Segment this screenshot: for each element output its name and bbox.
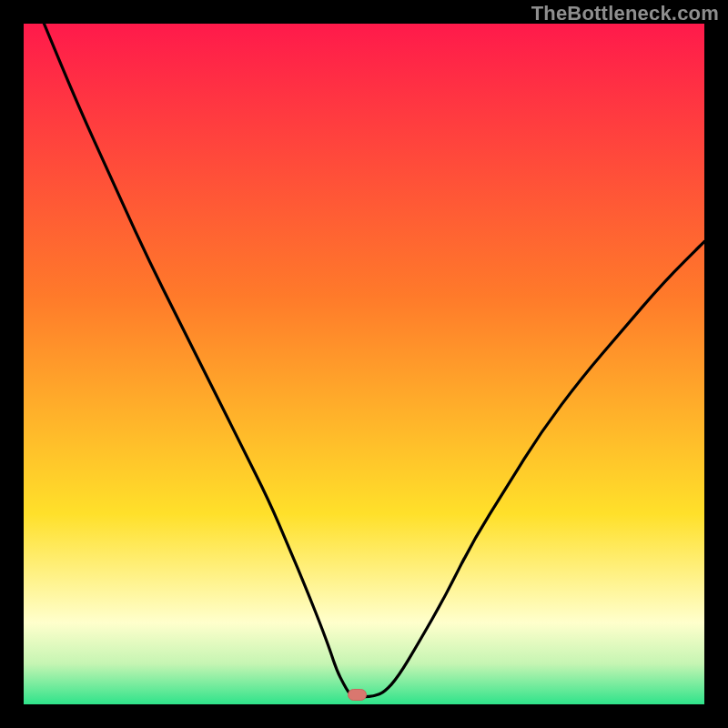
optimum-marker	[349, 690, 367, 701]
chart-frame: TheBottleneck.com	[0, 0, 728, 728]
gradient-background	[24, 24, 704, 704]
plot-area	[24, 24, 704, 704]
watermark-text: TheBottleneck.com	[531, 2, 719, 25]
bottleneck-chart	[24, 24, 704, 704]
